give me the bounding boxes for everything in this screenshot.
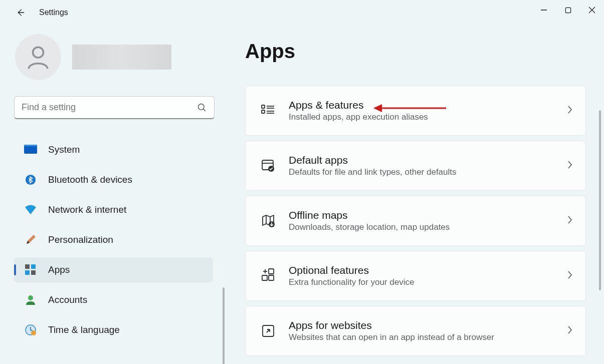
system-icon bbox=[24, 143, 37, 156]
svg-rect-10 bbox=[25, 264, 30, 269]
nav-label: System bbox=[48, 144, 80, 155]
svg-rect-30 bbox=[269, 275, 274, 280]
nav-item-bluetooth[interactable]: Bluetooth & devices bbox=[14, 167, 213, 192]
svg-rect-13 bbox=[31, 270, 36, 275]
nav-label: Accounts bbox=[48, 294, 87, 305]
svg-rect-17 bbox=[262, 105, 265, 108]
svg-point-16 bbox=[31, 330, 36, 335]
svg-rect-31 bbox=[269, 269, 274, 274]
bluetooth-icon bbox=[24, 173, 37, 186]
chevron-right-icon bbox=[566, 215, 573, 226]
svg-rect-11 bbox=[31, 264, 36, 269]
card-subtitle: Installed apps, app execution aliases bbox=[289, 112, 566, 122]
optional-features-icon bbox=[260, 268, 277, 283]
card-list: Apps & features Installed apps, app exec… bbox=[245, 86, 586, 356]
personalization-icon bbox=[24, 233, 37, 246]
card-subtitle: Defaults for file and link types, other … bbox=[289, 167, 566, 177]
main-content: Apps Apps & features Installed apps, app… bbox=[223, 25, 604, 364]
card-title: Optional features bbox=[289, 264, 566, 276]
svg-line-6 bbox=[204, 109, 206, 111]
chevron-right-icon bbox=[566, 270, 573, 281]
search-box[interactable] bbox=[14, 96, 215, 119]
offline-maps-icon bbox=[260, 213, 277, 228]
window-title: Settings bbox=[39, 8, 68, 17]
search-input[interactable] bbox=[22, 102, 197, 113]
page-title: Apps bbox=[245, 40, 594, 63]
svg-rect-18 bbox=[262, 110, 265, 113]
profile-name-placeholder bbox=[72, 45, 171, 70]
time-icon bbox=[24, 323, 37, 336]
card-title: Default apps bbox=[289, 154, 566, 166]
profile-section[interactable] bbox=[15, 34, 223, 80]
card-subtitle: Downloads, storage location, map updates bbox=[289, 222, 566, 232]
minimize-icon bbox=[540, 7, 547, 14]
back-arrow-icon bbox=[15, 7, 26, 18]
nav-label: Bluetooth & devices bbox=[48, 174, 132, 185]
svg-point-4 bbox=[33, 47, 44, 58]
card-subtitle: Websites that can open in an app instead… bbox=[289, 332, 566, 342]
svg-point-14 bbox=[28, 295, 33, 300]
avatar bbox=[15, 34, 61, 80]
chevron-right-icon bbox=[566, 325, 573, 336]
card-subtitle: Extra functionality for your device bbox=[289, 277, 566, 287]
sidebar: System Bluetooth & devices Network & int… bbox=[0, 25, 223, 364]
svg-rect-1 bbox=[565, 8, 570, 13]
maximize-icon bbox=[565, 7, 571, 14]
chevron-right-icon bbox=[566, 160, 573, 171]
nav-item-apps[interactable]: Apps bbox=[14, 257, 213, 282]
search-icon bbox=[197, 103, 207, 113]
nav-item-system[interactable]: System bbox=[14, 137, 213, 162]
svg-rect-29 bbox=[262, 275, 267, 280]
close-icon bbox=[588, 7, 595, 14]
minimize-button[interactable] bbox=[532, 0, 556, 20]
main-scrollbar[interactable] bbox=[599, 110, 601, 290]
titlebar: Settings bbox=[0, 0, 604, 25]
accounts-icon bbox=[24, 293, 37, 306]
apps-features-icon bbox=[260, 103, 277, 118]
nav-list: System Bluetooth & devices Network & int… bbox=[14, 137, 223, 342]
card-title: Offline maps bbox=[289, 209, 566, 221]
card-default-apps[interactable]: Default apps Defaults for file and link … bbox=[245, 141, 586, 191]
card-optional-features[interactable]: Optional features Extra functionality fo… bbox=[245, 251, 586, 301]
chevron-right-icon bbox=[566, 105, 573, 116]
network-icon bbox=[24, 203, 37, 216]
nav-item-network[interactable]: Network & internet bbox=[14, 197, 213, 222]
card-apps-features[interactable]: Apps & features Installed apps, app exec… bbox=[245, 86, 586, 136]
window-controls bbox=[532, 0, 604, 20]
card-apps-websites[interactable]: Apps for websites Websites that can open… bbox=[245, 306, 586, 356]
card-offline-maps[interactable]: Offline maps Downloads, storage location… bbox=[245, 196, 586, 246]
person-icon bbox=[24, 43, 52, 71]
nav-item-accounts[interactable]: Accounts bbox=[14, 287, 213, 312]
card-title: Apps & features bbox=[289, 99, 566, 111]
default-apps-icon bbox=[260, 158, 277, 173]
back-button[interactable] bbox=[10, 3, 30, 23]
svg-rect-12 bbox=[25, 270, 30, 275]
maximize-button[interactable] bbox=[556, 0, 580, 20]
apps-websites-icon bbox=[260, 323, 277, 338]
nav-label: Network & internet bbox=[48, 204, 126, 215]
nav-label: Personalization bbox=[48, 234, 113, 245]
close-button[interactable] bbox=[580, 0, 604, 20]
card-title: Apps for websites bbox=[289, 319, 566, 331]
nav-item-personalization[interactable]: Personalization bbox=[14, 227, 213, 252]
nav-label: Apps bbox=[48, 264, 70, 275]
apps-icon bbox=[24, 263, 37, 276]
svg-point-5 bbox=[198, 104, 205, 110]
nav-item-time[interactable]: Time & language bbox=[14, 317, 213, 342]
svg-rect-8 bbox=[24, 145, 37, 146]
nav-label: Time & language bbox=[48, 324, 120, 335]
